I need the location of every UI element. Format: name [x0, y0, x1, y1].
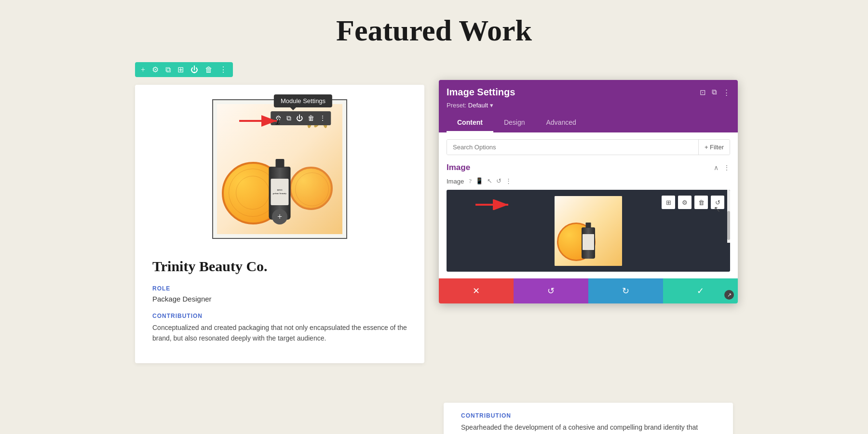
contribution-text-left: Conceptualized and created packaging tha…	[152, 322, 407, 344]
contribution-text-right: Spearheaded the development of a cohesiv…	[461, 422, 716, 434]
settings-header: Image Settings ⊡ ⧉ ⋮ Preset: Default ▾ C…	[439, 80, 738, 132]
resize-handle[interactable]: ↗	[724, 290, 734, 300]
cards-row: Module Settings ⚙ ⧉ ⏻ 🗑 ⋮	[135, 85, 733, 434]
toolbar-grid-icon[interactable]: ⊞	[177, 65, 184, 74]
toolbar-add-icon[interactable]: +	[141, 66, 145, 74]
scrollbar-thumb[interactable]	[727, 211, 730, 240]
toolbar-power-icon[interactable]: ⏻	[190, 66, 198, 74]
page-wrapper: Featured Work + ⚙ ⧉ ⊞ ⏻ 🗑 ⋮ Module Setti…	[0, 0, 868, 434]
tab-content[interactable]: Content	[447, 114, 493, 132]
tab-design[interactable]: Design	[493, 114, 536, 132]
image-field-icons: ? 📱 ↖ ↺ ⋮	[469, 177, 512, 185]
settings-fullscreen-icon[interactable]: ⊡	[700, 88, 706, 97]
image-preview-inner	[555, 196, 622, 266]
help-icon[interactable]: ?	[469, 177, 472, 185]
toolbar-delete-icon[interactable]: 🗑	[205, 66, 213, 74]
orange-slice-medium	[289, 167, 333, 210]
search-bar: + Filter	[447, 139, 730, 155]
page-title: Featured Work	[135, 0, 733, 62]
card-left: Module Settings ⚙ ⧉ ⏻ 🗑 ⋮	[135, 85, 424, 363]
cancel-button[interactable]: ✕	[439, 278, 514, 303]
more-field-icon[interactable]: ⋮	[505, 177, 512, 185]
settings-panel: Image Settings ⊡ ⧉ ⋮ Preset: Default ▾ C…	[439, 80, 738, 303]
scrollbar-track	[727, 190, 730, 243]
card-right: CONTRIBUTION Spearheaded the development…	[444, 403, 733, 434]
image-preview: ⊞ ⚙ 🗑 ↺ ↖	[447, 190, 730, 272]
undo-button[interactable]: ↺	[514, 278, 588, 303]
action-bar: ✕ ↺ ↻ ✓	[439, 278, 738, 303]
settings-title: Image Settings	[447, 87, 515, 98]
role-value: Package Designer	[152, 295, 407, 303]
settings-body: + Filter Image ∧ ⋮ Image ?	[439, 132, 738, 278]
toolbar-settings-icon[interactable]: ⚙	[152, 65, 159, 74]
search-input[interactable]	[447, 140, 698, 155]
img-settings-button[interactable]: ⚙	[678, 196, 692, 209]
settings-header-icons: ⊡ ⧉ ⋮	[700, 88, 730, 97]
contribution-label-left: CONTRIBUTION	[152, 313, 407, 319]
mini-power-icon[interactable]: ⏻	[296, 115, 303, 122]
mobile-icon[interactable]: 📱	[475, 177, 483, 185]
settings-more-icon[interactable]: ⋮	[723, 88, 730, 97]
cursor-hand: 𝓘	[275, 117, 281, 127]
image-section-header: Image ∧ ⋮	[447, 163, 730, 172]
settings-tabs: Content Design Advanced	[447, 114, 730, 132]
filter-button[interactable]: + Filter	[698, 140, 730, 155]
section-name: Image	[447, 163, 470, 172]
card-image-wrapper: Module Settings ⚙ ⧉ ⏻ 🗑 ⋮	[135, 85, 424, 249]
card-right-wrapper: Image Settings ⊡ ⧉ ⋮ Preset: Default ▾ C…	[444, 85, 733, 434]
undo-field-icon[interactable]: ↺	[496, 177, 502, 185]
image-field-label: Image	[447, 178, 464, 185]
image-field-row: Image ? 📱 ↖ ↺ ⋮	[447, 177, 730, 185]
section-collapse-icon[interactable]: ∧	[714, 164, 719, 172]
mini-duplicate-icon[interactable]: ⧉	[286, 115, 291, 122]
card-title: Trinity Beauty Co.	[152, 258, 407, 275]
section-more-icon[interactable]: ⋮	[723, 164, 730, 172]
redo-button[interactable]: ↻	[588, 278, 663, 303]
cursor-icon[interactable]: ↖	[487, 177, 492, 185]
settings-preset: Preset: Default ▾	[447, 102, 730, 109]
bottle-label-text: DIVIprime beauty	[273, 189, 286, 195]
cursor-hand-right: ↖	[714, 204, 720, 214]
mini-delete-icon[interactable]: 🗑	[308, 115, 314, 122]
module-settings-tooltip: Module Settings	[274, 94, 332, 107]
card-right-content: CONTRIBUTION Spearheaded the development…	[444, 403, 733, 434]
card-plus-button[interactable]: +	[272, 209, 287, 224]
mini-more-icon[interactable]: ⋮	[319, 114, 326, 122]
role-label: ROLE	[152, 285, 407, 292]
toolbar-more-icon[interactable]: ⋮	[219, 65, 227, 74]
red-arrow-right	[475, 199, 514, 212]
section-controls: ∧ ⋮	[714, 164, 730, 172]
contribution-label-right: CONTRIBUTION	[461, 412, 716, 419]
preset-value: Default	[468, 102, 488, 109]
toolbar-duplicate-icon[interactable]: ⧉	[165, 66, 171, 74]
card-content: Trinity Beauty Co. ROLE Package Designer…	[135, 249, 424, 344]
section-toolbar: + ⚙ ⧉ ⊞ ⏻ 🗑 ⋮	[135, 62, 233, 77]
settings-split-icon[interactable]: ⧉	[712, 88, 717, 96]
settings-header-top: Image Settings ⊡ ⧉ ⋮	[447, 87, 730, 98]
img-edit-button[interactable]: ⊞	[662, 196, 675, 209]
img-delete-button[interactable]: 🗑	[694, 196, 708, 209]
tab-advanced[interactable]: Advanced	[535, 114, 586, 132]
